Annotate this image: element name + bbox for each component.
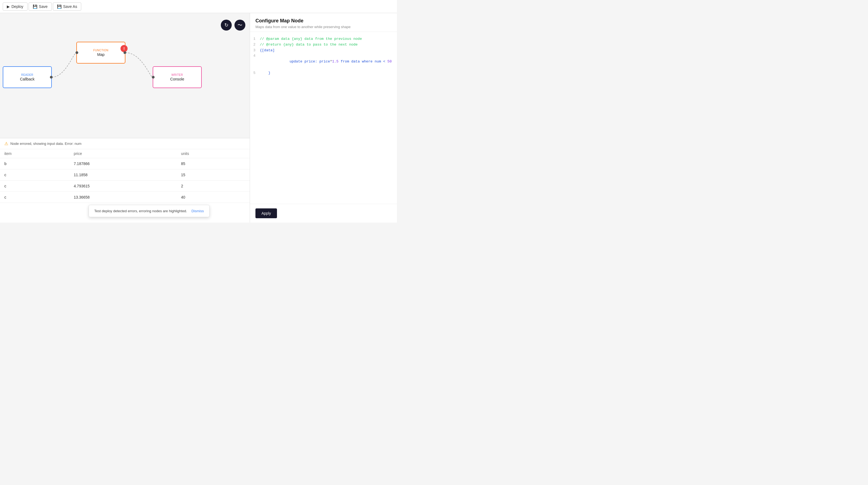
- warning-badge: !: [121, 45, 128, 52]
- chart-button[interactable]: 〜: [235, 20, 245, 31]
- toolbar: ▶ Deploy 💾 Save 💾 Save As: [0, 0, 397, 13]
- save-as-icon: 💾: [57, 4, 62, 9]
- code-editor[interactable]: 1 // @param data {any} data from the pre…: [250, 32, 397, 204]
- function-output-dot: [123, 51, 126, 54]
- code-text-2: // @return {any} data to pass to the nex…: [260, 42, 358, 48]
- reader-name-label: Callback: [20, 77, 35, 81]
- toast: Test deploy detected errors, erroring no…: [89, 205, 210, 217]
- panel-title: Configure Map Node: [255, 18, 392, 24]
- apply-button[interactable]: Apply: [255, 208, 277, 218]
- code-line-5: 5 }: [250, 70, 397, 76]
- error-message: Node errored, showing input data. Error:…: [10, 142, 82, 146]
- reader-output-dot: [50, 76, 53, 79]
- save-as-button[interactable]: 💾 Save As: [53, 2, 81, 11]
- node-reader[interactable]: READER Callback: [3, 66, 52, 88]
- code-line-4: 4 update price: price*1.5 from data wher…: [250, 53, 397, 70]
- code-line-2: 2 // @return {any} data to pass to the n…: [250, 42, 397, 48]
- function-type-label: FUNCTION: [93, 49, 108, 52]
- table-cell: 15: [177, 169, 250, 180]
- save-as-label: Save As: [63, 4, 77, 9]
- table-cell: 4.793615: [69, 180, 177, 192]
- writer-name-label: Console: [170, 77, 184, 81]
- deploy-button[interactable]: ▶ Deploy: [3, 2, 28, 11]
- table-row: c11.185815: [0, 169, 250, 180]
- table-cell: c: [0, 180, 69, 192]
- code-line-1: 1 // @param data {any} data from the pre…: [250, 36, 397, 42]
- code-text-4: update price: price*1.5 from data where …: [260, 53, 392, 70]
- right-panel-header: Configure Map Node Maps data from one va…: [250, 13, 397, 32]
- reader-type-label: READER: [21, 74, 34, 76]
- table-row: b7.18786685: [0, 158, 250, 169]
- writer-type-label: WRITER: [172, 74, 183, 76]
- canvas: ↻ 〜 READER Callback FUNCTION Map !: [0, 13, 250, 223]
- node-function[interactable]: FUNCTION Map !: [76, 42, 125, 63]
- table-row: c4.7936152: [0, 180, 250, 192]
- table-cell: b: [0, 158, 69, 169]
- refresh-icon: ↻: [224, 22, 228, 28]
- right-panel: Configure Map Node Maps data from one va…: [250, 13, 397, 223]
- panel-subtitle: Maps data from one value to another whil…: [255, 25, 392, 29]
- error-bar: ⚠ Node errored, showing input data. Erro…: [0, 138, 250, 149]
- save-label: Save: [39, 4, 48, 9]
- save-icon: 💾: [33, 4, 37, 9]
- deploy-label: Deploy: [11, 4, 24, 9]
- toast-dismiss-button[interactable]: Dismiss: [191, 209, 204, 213]
- col-header-price: price: [69, 149, 177, 158]
- table-cell: c: [0, 169, 69, 180]
- deploy-icon: ▶: [7, 4, 10, 9]
- code-text-1: // @param data {any} data from the previ…: [260, 36, 362, 42]
- function-input-dot: [75, 51, 78, 54]
- error-warning-icon: ⚠: [4, 141, 8, 146]
- toast-message: Test deploy detected errors, erroring no…: [94, 209, 187, 213]
- save-button[interactable]: 💾 Save: [29, 2, 52, 11]
- canvas-actions: ↻ 〜: [221, 20, 245, 31]
- node-writer[interactable]: WRITER Console: [153, 66, 202, 88]
- table-cell: 11.1858: [69, 169, 177, 180]
- code-line-3: 3 {[data]: [250, 48, 397, 54]
- table-cell: 2: [177, 180, 250, 192]
- table-body: b7.18786685c11.185815c4.7936152c13.36658…: [0, 158, 250, 203]
- table-cell: c: [0, 192, 69, 203]
- main-layout: ↻ 〜 READER Callback FUNCTION Map !: [0, 13, 397, 223]
- data-table: item price units b7.18786685c11.185815c4…: [0, 149, 250, 203]
- function-name-label: Map: [97, 52, 104, 57]
- code-text-3: {[data]: [260, 48, 275, 54]
- refresh-button[interactable]: ↻: [221, 20, 232, 31]
- apply-section: Apply: [250, 204, 397, 223]
- writer-input-dot: [152, 76, 155, 79]
- table-cell: 85: [177, 158, 250, 169]
- chart-icon: 〜: [238, 22, 242, 28]
- table-cell: 7.187866: [69, 158, 177, 169]
- table-cell: 13.36658: [69, 192, 177, 203]
- code-text-5: }: [260, 70, 271, 76]
- table-row: c13.3665840: [0, 192, 250, 203]
- col-header-units: units: [177, 149, 250, 158]
- table-cell: 40: [177, 192, 250, 203]
- col-header-item: item: [0, 149, 69, 158]
